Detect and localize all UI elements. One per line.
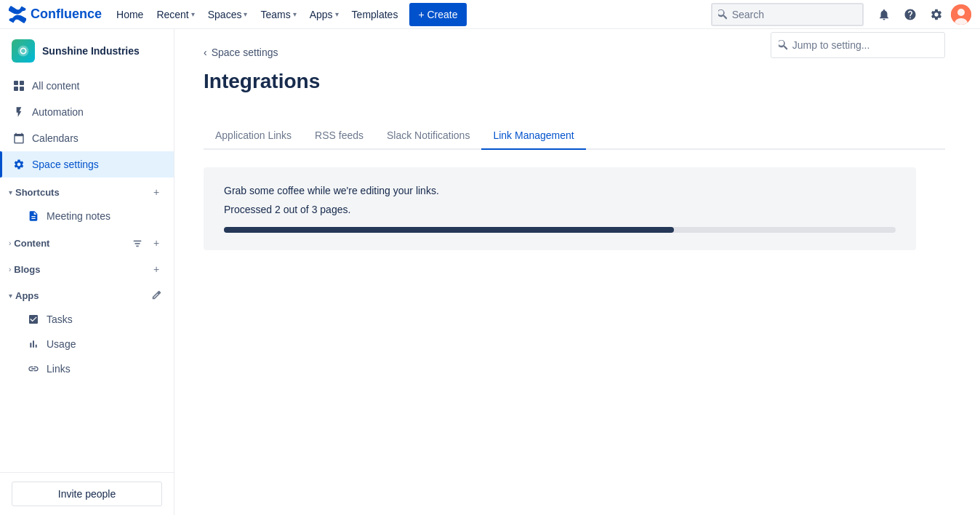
chevron-down-icon: ▾ bbox=[293, 10, 297, 18]
gear-icon bbox=[930, 8, 943, 21]
sidebar-item-all-content[interactable]: All content bbox=[0, 73, 174, 99]
space-name: Sunshine Industries bbox=[42, 45, 140, 57]
top-navigation: Confluence Home Recent ▾ Spaces ▾ Teams … bbox=[0, 0, 980, 29]
sidebar-item-meeting-notes[interactable]: Meeting notes bbox=[0, 204, 174, 228]
search-input[interactable] bbox=[732, 9, 856, 20]
document-icon bbox=[26, 209, 41, 223]
nav-templates[interactable]: Templates bbox=[346, 3, 404, 26]
logo[interactable]: Confluence bbox=[9, 6, 102, 23]
add-content-button[interactable]: + bbox=[148, 234, 165, 252]
link-icon bbox=[26, 362, 41, 376]
page-layout: Sunshine Industries All content Automati… bbox=[0, 0, 980, 515]
add-blog-button[interactable]: + bbox=[148, 260, 165, 278]
search-icon bbox=[779, 40, 788, 50]
shortcuts-actions: + bbox=[148, 183, 165, 201]
topnav-icons bbox=[872, 3, 971, 26]
main-inner: ‹ Space settings Integrations Applicatio… bbox=[174, 29, 974, 268]
sidebar: Sunshine Industries All content Automati… bbox=[0, 29, 174, 515]
chevron-right-icon: › bbox=[9, 239, 11, 247]
svg-point-3 bbox=[18, 46, 29, 57]
nav-spaces[interactable]: Spaces ▾ bbox=[202, 3, 254, 26]
space-icon bbox=[12, 39, 35, 63]
grid-icon bbox=[12, 79, 26, 93]
progress-bar-fill bbox=[224, 227, 674, 233]
shortcuts-section[interactable]: ▾ Shortcuts + bbox=[0, 177, 174, 204]
chart-icon bbox=[26, 337, 41, 351]
gear-icon bbox=[12, 157, 26, 172]
main-nav: Home Recent ▾ Spaces ▾ Teams ▾ Apps ▾ Te… bbox=[111, 3, 403, 26]
search-icon bbox=[718, 9, 728, 20]
main-content: ‹ Space settings Integrations Applicatio… bbox=[174, 29, 980, 515]
nav-recent[interactable]: Recent ▾ bbox=[150, 3, 200, 26]
chevron-down-icon: ▾ bbox=[244, 10, 247, 18]
chevron-down-icon: ▾ bbox=[191, 10, 195, 18]
lightning-icon bbox=[12, 105, 26, 119]
sort-content-button[interactable] bbox=[129, 234, 146, 252]
apps-section[interactable]: ▾ Apps bbox=[0, 281, 174, 307]
sidebar-item-automation[interactable]: Automation bbox=[0, 99, 174, 125]
sidebar-item-calendars[interactable]: Calendars bbox=[0, 125, 174, 151]
page-title: Integrations bbox=[204, 70, 320, 93]
help-button[interactable] bbox=[899, 3, 922, 26]
invite-people-button[interactable]: Invite people bbox=[12, 482, 162, 506]
apps-actions bbox=[148, 287, 165, 304]
progress-sub-message: Processed 2 out of 3 pages. bbox=[224, 204, 896, 215]
tab-slack-notifications[interactable]: Slack Notifications bbox=[375, 122, 481, 150]
content-actions: + bbox=[129, 234, 165, 252]
svg-rect-7 bbox=[20, 87, 24, 91]
tabs: Application Links RSS feeds Slack Notifi… bbox=[204, 122, 945, 150]
svg-rect-5 bbox=[20, 81, 24, 85]
avatar-image bbox=[951, 4, 971, 25]
chevron-down-icon: ▾ bbox=[9, 188, 12, 196]
settings-search-bar[interactable] bbox=[771, 32, 945, 58]
chevron-down-icon: ▾ bbox=[335, 10, 339, 18]
settings-button[interactable] bbox=[925, 3, 948, 26]
space-logo-icon bbox=[17, 44, 30, 57]
calendar-icon bbox=[12, 131, 26, 145]
blogs-actions: + bbox=[148, 260, 165, 278]
active-indicator bbox=[0, 151, 2, 177]
svg-rect-4 bbox=[14, 81, 18, 85]
chevron-left-icon: ‹ bbox=[204, 47, 207, 58]
sidebar-bottom: Invite people bbox=[0, 472, 174, 515]
sidebar-item-usage[interactable]: Usage bbox=[0, 332, 174, 356]
user-avatar[interactable] bbox=[951, 4, 971, 25]
nav-apps[interactable]: Apps ▾ bbox=[304, 3, 345, 26]
chevron-down-icon: ▾ bbox=[9, 292, 12, 300]
tab-rss-feeds[interactable]: RSS feeds bbox=[303, 122, 375, 150]
progress-card: Grab some coffee while we're editing you… bbox=[204, 167, 916, 250]
svg-point-1 bbox=[957, 9, 965, 16]
nav-home[interactable]: Home bbox=[111, 3, 149, 26]
nav-teams[interactable]: Teams ▾ bbox=[254, 3, 302, 26]
logo-text: Confluence bbox=[31, 7, 102, 22]
create-button[interactable]: + Create bbox=[409, 3, 466, 26]
add-shortcut-button[interactable]: + bbox=[148, 183, 165, 201]
blogs-section[interactable]: › Blogs + bbox=[0, 255, 174, 281]
tasks-icon bbox=[26, 312, 41, 327]
settings-search-input[interactable] bbox=[792, 39, 937, 51]
header-row: Integrations bbox=[204, 70, 945, 108]
chevron-right-icon: › bbox=[9, 266, 11, 274]
sort-icon bbox=[132, 238, 142, 248]
tab-application-links[interactable]: Application Links bbox=[204, 122, 303, 150]
bell-icon bbox=[877, 8, 891, 21]
progress-bar-background bbox=[224, 227, 896, 233]
svg-rect-6 bbox=[14, 87, 18, 91]
space-header[interactable]: Sunshine Industries bbox=[0, 29, 174, 73]
content-section[interactable]: › Content + bbox=[0, 228, 174, 255]
pencil-icon bbox=[151, 290, 161, 300]
notifications-button[interactable] bbox=[872, 3, 896, 26]
sidebar-item-space-settings[interactable]: Space settings bbox=[0, 151, 174, 177]
sidebar-item-tasks[interactable]: Tasks bbox=[0, 307, 174, 332]
help-icon bbox=[904, 8, 917, 21]
tab-link-management[interactable]: Link Management bbox=[481, 122, 585, 150]
search-bar[interactable] bbox=[711, 3, 864, 26]
confluence-logo-icon bbox=[9, 6, 26, 23]
sidebar-item-links[interactable]: Links bbox=[0, 356, 174, 381]
progress-message: Grab some coffee while we're editing you… bbox=[224, 185, 896, 196]
edit-apps-button[interactable] bbox=[148, 287, 165, 304]
